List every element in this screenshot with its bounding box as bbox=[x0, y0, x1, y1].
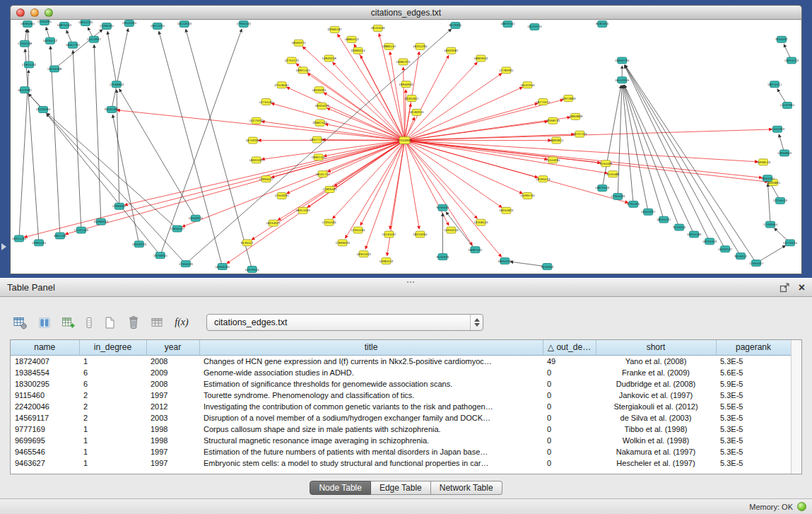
network-node[interactable]: 17785901 bbox=[499, 67, 514, 74]
network-node[interactable]: 14137054 bbox=[780, 103, 795, 109]
network-edge[interactable] bbox=[19, 70, 29, 239]
network-node[interactable]: 16254071 bbox=[266, 220, 281, 226]
network-node[interactable]: 18500271 bbox=[291, 40, 306, 46]
network-edge[interactable] bbox=[405, 103, 539, 141]
network-edge[interactable] bbox=[296, 64, 405, 141]
network-node[interactable]: 16803512 bbox=[473, 55, 488, 62]
close-panel-button[interactable]: × bbox=[799, 283, 805, 293]
network-node[interactable]: 18750541 bbox=[153, 252, 168, 259]
network-node[interactable]: 17554201 bbox=[37, 20, 52, 25]
table-row[interactable]: 1830029562008Estimation of significance … bbox=[11, 378, 791, 390]
network-node[interactable]: 15958110 bbox=[756, 159, 771, 165]
network-node[interactable]: 16752201 bbox=[246, 137, 261, 144]
table-row[interactable]: 977716911998Corpus callosum shape and si… bbox=[11, 424, 791, 435]
network-node[interactable]: 16162015 bbox=[409, 109, 424, 115]
network-edge[interactable] bbox=[623, 86, 633, 204]
column-icon[interactable] bbox=[82, 313, 96, 332]
network-node[interactable]: 15955810 bbox=[777, 150, 792, 156]
float-panel-button[interactable] bbox=[779, 283, 790, 293]
network-node[interactable]: 18261054 bbox=[20, 21, 35, 27]
column-header-out_degree[interactable]: △ out_de… bbox=[543, 340, 596, 355]
network-node[interactable]: 18124574 bbox=[527, 23, 542, 30]
network-node[interactable]: 18517132 bbox=[310, 136, 324, 143]
network-node[interactable]: 17295401 bbox=[100, 23, 114, 29]
network-node[interactable]: 13757105 bbox=[572, 131, 587, 137]
network-node[interactable]: 8791205 bbox=[627, 201, 640, 207]
network-node[interactable]: 18554107 bbox=[657, 216, 671, 223]
network-edge[interactable] bbox=[405, 141, 473, 245]
network-node[interactable]: 12058731 bbox=[546, 117, 560, 124]
network-edge[interactable] bbox=[405, 141, 449, 226]
network-edge[interactable] bbox=[618, 86, 622, 197]
network-edge[interactable] bbox=[405, 141, 628, 203]
network-edge[interactable] bbox=[405, 141, 608, 173]
network-node[interactable]: 16875410 bbox=[595, 185, 610, 192]
network-node[interactable]: 8181054 bbox=[596, 21, 608, 27]
close-window-button[interactable] bbox=[16, 8, 25, 17]
zoom-window-button[interactable] bbox=[45, 8, 53, 17]
network-node[interactable]: 18322067 bbox=[444, 47, 459, 54]
network-node[interactable]: 17103554 bbox=[763, 221, 778, 228]
network-node[interactable]: 15134457 bbox=[382, 231, 396, 238]
network-node[interactable]: 11441253 bbox=[770, 126, 785, 132]
table-mode-icon[interactable] bbox=[10, 313, 31, 332]
network-node[interactable]: 17625401 bbox=[322, 187, 337, 193]
network-node[interactable]: 16087541 bbox=[468, 247, 483, 253]
table-row[interactable]: 1872400712008Changes of HCN gene express… bbox=[11, 355, 791, 367]
network-node[interactable]: 9245052 bbox=[541, 264, 553, 270]
table-row[interactable]: 1456911722003Disruption of a novel membe… bbox=[11, 412, 791, 424]
network-node[interactable]: 19412054 bbox=[122, 20, 137, 26]
network-node[interactable]: 12994077 bbox=[259, 176, 274, 182]
network-node[interactable]: 25260510 bbox=[94, 218, 109, 225]
network-node[interactable]: 18120554 bbox=[36, 106, 51, 112]
network-node[interactable]: 16875541 bbox=[500, 21, 515, 27]
network-node[interactable]: 32201817 bbox=[404, 95, 419, 102]
network-node[interactable]: 10974893 bbox=[561, 95, 576, 102]
network-node[interactable]: 11544091 bbox=[546, 157, 560, 163]
network-node[interactable]: 12754181 bbox=[259, 99, 274, 105]
network-edge[interactable] bbox=[405, 141, 502, 257]
network-node[interactable]: 9154107 bbox=[775, 36, 788, 42]
network-node[interactable]: 18495213 bbox=[536, 176, 551, 182]
network-node[interactable]: 18530021 bbox=[312, 87, 326, 93]
network-node[interactable]: 16452107 bbox=[718, 246, 733, 252]
table-row[interactable]: 946554611997Estimation of the future num… bbox=[11, 446, 791, 457]
network-node[interactable]: 15254107 bbox=[170, 226, 185, 232]
panel-collapse-arrow[interactable] bbox=[1, 243, 6, 250]
network-node[interactable]: 17833023 bbox=[335, 240, 350, 246]
network-node[interactable]: 18211450 bbox=[12, 235, 27, 242]
network-canvas[interactable]: 1724090716820871120587311877457116137054… bbox=[10, 20, 802, 274]
network-node[interactable]: 15412057 bbox=[87, 36, 102, 42]
network-node[interactable]: 16412087 bbox=[18, 87, 33, 93]
network-node[interactable]: 12458110 bbox=[473, 219, 488, 226]
delete-icon[interactable] bbox=[123, 313, 144, 332]
network-node[interactable]: 22060187 bbox=[327, 26, 342, 33]
table-selector-dropdown[interactable]: citations_edges.txt bbox=[206, 314, 483, 331]
network-edge[interactable] bbox=[623, 86, 649, 212]
network-edge[interactable] bbox=[28, 94, 186, 264]
network-edge[interactable] bbox=[404, 67, 405, 141]
network-node[interactable]: 17240907 bbox=[397, 137, 412, 144]
network-edge[interactable] bbox=[405, 141, 768, 182]
network-node[interactable]: 18274411 bbox=[767, 81, 782, 88]
network-node[interactable]: 16081374 bbox=[396, 59, 411, 65]
network-node[interactable]: 15084412 bbox=[379, 258, 394, 264]
network-edge[interactable] bbox=[112, 115, 139, 244]
network-node[interactable]: 15495704 bbox=[520, 192, 535, 199]
network-edge[interactable] bbox=[625, 65, 725, 249]
network-node[interactable]: 9145210 bbox=[673, 224, 686, 230]
network-node[interactable]: 16542075 bbox=[189, 215, 204, 221]
network-node[interactable]: 20531005 bbox=[105, 106, 119, 112]
network-node[interactable]: 16254180 bbox=[687, 231, 702, 238]
splitter-grip[interactable] bbox=[406, 281, 415, 284]
network-node[interactable]: 18754410 bbox=[702, 238, 717, 245]
column-header-name[interactable]: name bbox=[11, 340, 79, 355]
network-node[interactable]: 18101711 bbox=[315, 171, 330, 177]
network-node[interactable]: 16645794 bbox=[615, 57, 630, 64]
network-node[interactable]: 18210254 bbox=[413, 231, 428, 238]
network-node[interactable]: 17546610 bbox=[110, 81, 124, 88]
table-row[interactable]: 911546021997Tourette syndrome. Phenomeno… bbox=[11, 390, 791, 401]
network-edge[interactable] bbox=[345, 141, 404, 238]
network-edge[interactable] bbox=[119, 89, 196, 218]
network-node[interactable]: 9155469 bbox=[606, 171, 619, 177]
